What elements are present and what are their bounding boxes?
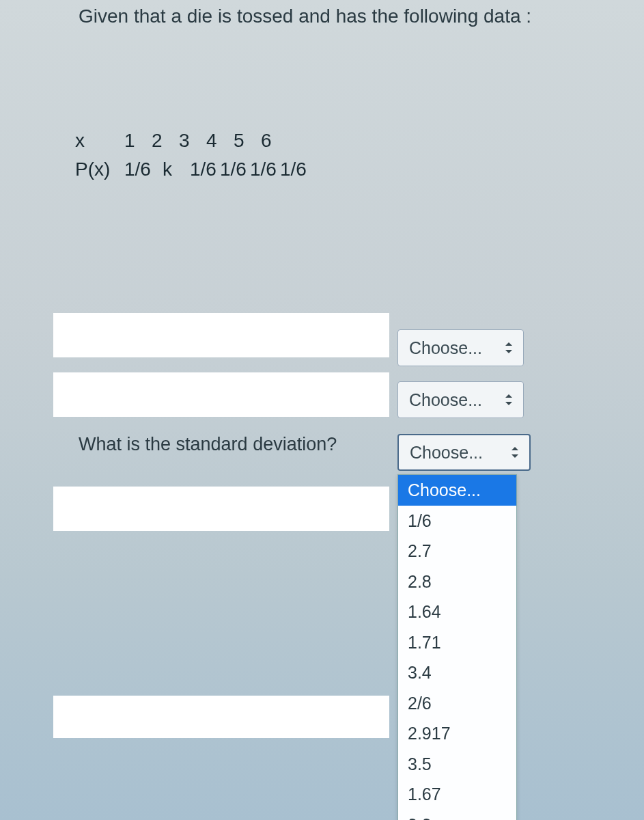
x-val: 5 (234, 130, 261, 152)
sort-caret-icon (510, 447, 520, 458)
select-value: Choose... (409, 390, 482, 410)
select-value: Choose... (409, 338, 482, 358)
dropdown-option[interactable]: 1/6 (398, 506, 516, 536)
table-row-x: x 1 2 3 4 5 6 (75, 130, 310, 152)
redacted-block (53, 372, 389, 417)
px-val: 1/6 (220, 159, 250, 180)
dropdown-option[interactable]: 2.917 (398, 718, 516, 749)
x-val: 3 (179, 130, 206, 152)
px-val: 1/6 (250, 159, 280, 180)
px-val: 1/6 (280, 159, 310, 180)
dropdown-option[interactable]: 1.67 (398, 779, 516, 810)
redacted-block (53, 696, 389, 738)
dropdown-option[interactable]: 2.7 (398, 536, 516, 566)
dropdown-option[interactable]: 3.3 (398, 810, 516, 821)
redacted-block (53, 313, 389, 357)
answer-select-3[interactable]: Choose... (397, 434, 531, 471)
x-val: 4 (206, 130, 234, 152)
x-val: 6 (261, 130, 288, 152)
probability-table: x 1 2 3 4 5 6 P(x) 1/6 k 1/6 1/6 1/6 1/6 (75, 130, 310, 187)
dropdown-option[interactable]: Choose... (398, 475, 516, 506)
x-val: 1 (124, 130, 152, 152)
dropdown-option[interactable]: 3.4 (398, 657, 516, 688)
x-val: 2 (152, 130, 179, 152)
dropdown-option[interactable]: 3.5 (398, 749, 516, 780)
px-val: 1/6 (124, 159, 163, 180)
px-val: k (163, 159, 190, 180)
sort-caret-icon (504, 342, 514, 353)
table-row-px: P(x) 1/6 k 1/6 1/6 1/6 1/6 (75, 159, 310, 180)
subquestion-label: What is the standard deviation? (79, 434, 337, 455)
row-label-px: P(x) (75, 159, 124, 180)
quiz-page: Given that a die is tossed and has the f… (0, 0, 644, 820)
dropdown-option[interactable]: 1.64 (398, 597, 516, 627)
row-label-x: x (75, 130, 124, 152)
answer-dropdown-list[interactable]: Choose...1/62.72.81.641.713.42/62.9173.5… (397, 474, 517, 820)
redacted-block (53, 487, 389, 531)
dropdown-option[interactable]: 2.8 (398, 566, 516, 597)
answer-select-1[interactable]: Choose... (397, 329, 524, 366)
sort-caret-icon (504, 394, 514, 405)
select-value: Choose... (410, 443, 483, 463)
dropdown-option[interactable]: 1.71 (398, 627, 516, 658)
px-val: 1/6 (190, 159, 220, 180)
question-prompt: Given that a die is tossed and has the f… (79, 5, 531, 27)
answer-select-2[interactable]: Choose... (397, 381, 524, 418)
dropdown-option[interactable]: 2/6 (398, 688, 516, 719)
